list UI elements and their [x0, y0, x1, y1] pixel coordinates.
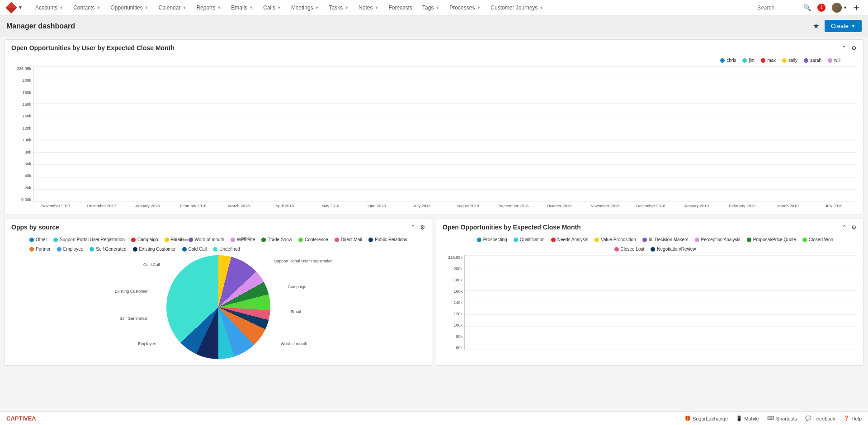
pie-slice-label: Self Generated — [119, 316, 147, 321]
legend-item[interactable]: Closed Won — [802, 237, 833, 242]
legend-item[interactable]: Id. Decision Makers — [642, 237, 689, 242]
nav-item-notes[interactable]: Notes▼ — [354, 0, 383, 15]
dashlet-opps-by-close-month: Open Opportunities by Expected Close Mon… — [436, 219, 863, 366]
chevron-down-icon: ▼ — [249, 5, 253, 10]
pie-slice-label: Campaign — [288, 285, 307, 289]
logo-dropdown-caret[interactable]: ▼ — [18, 5, 23, 10]
legend-item[interactable]: Existing Customer — [133, 247, 176, 252]
page-title: Manager dashboard — [6, 22, 813, 30]
legend-item[interactable]: Campaign — [131, 237, 158, 242]
legend-item[interactable]: Conference — [298, 237, 328, 242]
chevron-down-icon: ▼ — [315, 5, 319, 10]
chevron-down-icon: ▼ — [435, 5, 439, 10]
search-input[interactable] — [755, 3, 800, 13]
legend-item[interactable]: will — [828, 58, 840, 63]
legend-item[interactable]: sally — [782, 58, 797, 63]
legend-item[interactable]: Closed Lost — [614, 247, 645, 252]
pie-slice-label: Employee — [138, 341, 156, 346]
dashlet-title: Open Opportunities by User by Expected C… — [11, 44, 837, 51]
collapse-icon[interactable]: ⌃ — [842, 45, 847, 51]
nav-item-processes[interactable]: Processes▼ — [445, 0, 485, 15]
collapse-icon[interactable]: ⌃ — [842, 224, 847, 231]
nav-item-opportunities[interactable]: Opportunities▼ — [106, 0, 153, 15]
legend-item[interactable]: Support Portal User Registration — [53, 237, 125, 242]
legend-item[interactable]: Prospecting — [477, 237, 507, 242]
legend-item[interactable]: jim — [742, 58, 755, 63]
dashlet-opps-by-user: Open Opportunities by User by Expected C… — [5, 39, 863, 215]
chevron-down-icon: ▼ — [476, 5, 481, 10]
chevron-down-icon: ▼ — [277, 5, 281, 10]
favorite-star-icon[interactable]: ★ — [813, 22, 819, 30]
legend-item[interactable]: Cold Call — [182, 247, 207, 252]
legend-item[interactable]: Undefined — [213, 247, 240, 252]
chevron-down-icon: ▼ — [97, 5, 101, 10]
legend-item[interactable]: Direct Mail — [335, 237, 362, 242]
legend-item[interactable]: Qualification — [514, 237, 545, 242]
nav-item-accounts[interactable]: Accounts▼ — [31, 0, 68, 15]
legend-item[interactable]: Public Relations — [368, 237, 407, 242]
chevron-down-icon: ▼ — [217, 5, 221, 10]
top-nav: ▼ Accounts▼Contacts▼Opportunities▼Calend… — [0, 0, 868, 15]
chevron-down-icon: ▼ — [344, 5, 349, 10]
quick-create-icon[interactable]: ＋ — [852, 1, 861, 14]
nav-item-contacts[interactable]: Contacts▼ — [69, 0, 105, 15]
legend-item[interactable]: Value Proposition — [594, 237, 636, 242]
legend-item[interactable]: max — [761, 58, 776, 63]
nav-item-customer-journeys[interactable]: Customer Journeys▼ — [486, 0, 548, 15]
legend-item[interactable]: Employee — [57, 247, 83, 252]
nav-item-calls[interactable]: Calls▼ — [259, 0, 286, 15]
dashlet-opps-by-source: Opps by source ⌃ ⚙ OtherSupport Portal U… — [5, 219, 432, 366]
nav-item-reports[interactable]: Reports▼ — [192, 0, 226, 15]
page-header: Manager dashboard ★ Create▼ — [0, 15, 868, 37]
pie-slice-label: Support Portal User Registration — [274, 259, 333, 263]
nav-item-tags[interactable]: Tags▼ — [418, 0, 444, 15]
pie-slice-label: Word of mouth — [281, 341, 307, 346]
dashlet-title: Open Opportunities by Expected Close Mon… — [443, 224, 837, 231]
legend-item[interactable]: Partner — [29, 247, 51, 252]
pie-slice-label: Cold Call — [143, 262, 160, 267]
nav-item-tasks[interactable]: Tasks▼ — [325, 0, 354, 15]
chevron-down-icon: ▼ — [539, 5, 543, 10]
nav-item-calendar[interactable]: Calendar▼ — [154, 0, 191, 15]
dashlet-title: Opps by source — [11, 224, 406, 231]
search-box: 🔍 — [755, 3, 811, 13]
gear-icon[interactable]: ⚙ — [420, 224, 425, 231]
legend-item[interactable]: Word of mouth — [189, 237, 224, 242]
legend-item[interactable]: chris — [720, 58, 736, 63]
gear-icon[interactable]: ⚙ — [851, 224, 857, 231]
legend-item[interactable]: Self Generated — [90, 247, 126, 252]
pie-slice-label: Email — [291, 309, 301, 314]
pie-slice-label: Existing Customer — [115, 289, 148, 294]
gear-icon[interactable]: ⚙ — [851, 45, 857, 51]
collapse-icon[interactable]: ⌃ — [410, 224, 415, 231]
notification-badge[interactable]: 1 — [817, 4, 826, 12]
chevron-down-icon: ▼ — [145, 5, 149, 10]
nav-item-forecasts[interactable]: Forecasts — [384, 0, 417, 15]
chevron-down-icon: ▼ — [59, 5, 63, 10]
create-button[interactable]: Create▼ — [825, 20, 862, 32]
app-logo[interactable] — [7, 4, 15, 12]
chevron-down-icon: ▼ — [374, 5, 378, 10]
legend-item[interactable]: Perception Analysis — [695, 237, 741, 242]
search-icon[interactable]: 🔍 — [803, 4, 811, 11]
chevron-down-icon: ▼ — [182, 5, 186, 10]
legend-item[interactable]: Negotiation/Review — [651, 247, 696, 252]
legend-item[interactable]: sarah — [804, 58, 821, 63]
legend-item[interactable]: Other — [29, 237, 47, 242]
nav-item-emails[interactable]: Emails▼ — [226, 0, 258, 15]
pie-slice-label: Other — [241, 236, 251, 241]
user-avatar[interactable] — [832, 3, 842, 13]
legend-item[interactable]: Needs Analysis — [551, 237, 588, 242]
legend-item[interactable]: Trade Show — [261, 237, 292, 242]
user-menu-caret[interactable]: ▼ — [843, 5, 847, 10]
legend-item[interactable]: Proposal/Price Quote — [747, 237, 796, 242]
pie-slice-label: Undefined — [173, 238, 192, 242]
nav-item-meetings[interactable]: Meetings▼ — [287, 0, 324, 15]
